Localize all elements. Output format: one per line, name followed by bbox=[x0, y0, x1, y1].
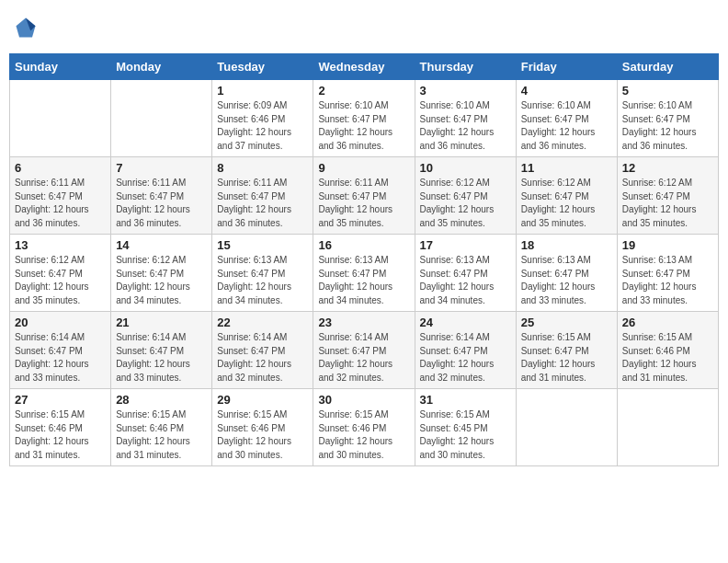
day-info: Sunrise: 6:09 AM Sunset: 6:46 PM Dayligh… bbox=[217, 99, 308, 153]
day-info: Sunrise: 6:14 AM Sunset: 6:47 PM Dayligh… bbox=[318, 331, 409, 385]
calendar-cell: 3Sunrise: 6:10 AM Sunset: 6:47 PM Daylig… bbox=[415, 80, 516, 157]
calendar-cell: 4Sunrise: 6:10 AM Sunset: 6:47 PM Daylig… bbox=[516, 80, 617, 157]
day-info: Sunrise: 6:15 AM Sunset: 6:47 PM Dayligh… bbox=[521, 331, 612, 385]
day-info: Sunrise: 6:12 AM Sunset: 6:47 PM Dayligh… bbox=[420, 177, 511, 230]
calendar-cell bbox=[111, 80, 212, 157]
calendar-cell: 17Sunrise: 6:13 AM Sunset: 6:47 PM Dayli… bbox=[415, 235, 516, 312]
day-info: Sunrise: 6:13 AM Sunset: 6:47 PM Dayligh… bbox=[622, 254, 713, 307]
calendar-cell: 26Sunrise: 6:15 AM Sunset: 6:46 PM Dayli… bbox=[617, 312, 718, 389]
day-of-week-header: Friday bbox=[516, 54, 617, 80]
day-number: 25 bbox=[521, 316, 612, 329]
calendar-cell: 21Sunrise: 6:14 AM Sunset: 6:47 PM Dayli… bbox=[111, 312, 212, 389]
day-number: 7 bbox=[116, 161, 207, 175]
day-number: 30 bbox=[318, 393, 409, 407]
day-number: 17 bbox=[420, 238, 511, 252]
day-info: Sunrise: 6:15 AM Sunset: 6:45 PM Dayligh… bbox=[420, 408, 511, 462]
logo-icon bbox=[13, 15, 39, 40]
day-number: 19 bbox=[622, 238, 713, 252]
day-info: Sunrise: 6:15 AM Sunset: 6:46 PM Dayligh… bbox=[622, 331, 713, 385]
calendar-cell: 9Sunrise: 6:11 AM Sunset: 6:47 PM Daylig… bbox=[313, 157, 415, 235]
day-info: Sunrise: 6:14 AM Sunset: 6:47 PM Dayligh… bbox=[217, 331, 308, 385]
calendar-cell: 24Sunrise: 6:14 AM Sunset: 6:47 PM Dayli… bbox=[415, 312, 516, 389]
day-number: 2 bbox=[318, 84, 409, 98]
calendar-cell: 28Sunrise: 6:15 AM Sunset: 6:46 PM Dayli… bbox=[111, 389, 212, 466]
day-info: Sunrise: 6:15 AM Sunset: 6:46 PM Dayligh… bbox=[116, 408, 207, 462]
calendar-cell bbox=[617, 389, 718, 466]
day-number: 28 bbox=[116, 393, 207, 407]
day-of-week-header: Saturday bbox=[617, 54, 718, 80]
calendar-cell: 15Sunrise: 6:13 AM Sunset: 6:47 PM Dayli… bbox=[212, 235, 313, 312]
day-info: Sunrise: 6:12 AM Sunset: 6:47 PM Dayligh… bbox=[116, 254, 207, 307]
day-number: 27 bbox=[15, 393, 106, 407]
day-info: Sunrise: 6:15 AM Sunset: 6:46 PM Dayligh… bbox=[15, 408, 106, 462]
calendar-week-row: 6Sunrise: 6:11 AM Sunset: 6:47 PM Daylig… bbox=[10, 157, 719, 235]
calendar-week-row: 27Sunrise: 6:15 AM Sunset: 6:46 PM Dayli… bbox=[10, 389, 719, 466]
calendar-cell: 18Sunrise: 6:13 AM Sunset: 6:47 PM Dayli… bbox=[516, 235, 617, 312]
calendar-cell bbox=[516, 389, 617, 466]
day-number: 12 bbox=[622, 161, 713, 175]
calendar-cell: 19Sunrise: 6:13 AM Sunset: 6:47 PM Dayli… bbox=[617, 235, 718, 312]
calendar-cell: 30Sunrise: 6:15 AM Sunset: 6:46 PM Dayli… bbox=[313, 389, 415, 466]
day-info: Sunrise: 6:14 AM Sunset: 6:47 PM Dayligh… bbox=[116, 331, 207, 385]
day-number: 26 bbox=[622, 316, 713, 329]
calendar-cell: 29Sunrise: 6:15 AM Sunset: 6:46 PM Dayli… bbox=[212, 389, 313, 466]
page-header bbox=[9, 9, 719, 46]
day-number: 14 bbox=[116, 238, 207, 252]
header-row: SundayMondayTuesdayWednesdayThursdayFrid… bbox=[10, 54, 719, 80]
day-number: 10 bbox=[420, 161, 511, 175]
calendar-cell: 7Sunrise: 6:11 AM Sunset: 6:47 PM Daylig… bbox=[111, 157, 212, 235]
calendar-cell: 14Sunrise: 6:12 AM Sunset: 6:47 PM Dayli… bbox=[111, 235, 212, 312]
calendar-cell: 12Sunrise: 6:12 AM Sunset: 6:47 PM Dayli… bbox=[617, 157, 718, 235]
calendar-week-row: 1Sunrise: 6:09 AM Sunset: 6:46 PM Daylig… bbox=[10, 80, 719, 157]
day-info: Sunrise: 6:13 AM Sunset: 6:47 PM Dayligh… bbox=[217, 254, 308, 307]
calendar-cell: 27Sunrise: 6:15 AM Sunset: 6:46 PM Dayli… bbox=[10, 389, 111, 466]
calendar-cell: 8Sunrise: 6:11 AM Sunset: 6:47 PM Daylig… bbox=[212, 157, 313, 235]
day-of-week-header: Thursday bbox=[415, 54, 516, 80]
day-number: 24 bbox=[420, 316, 511, 329]
day-number: 4 bbox=[521, 84, 612, 98]
day-info: Sunrise: 6:11 AM Sunset: 6:47 PM Dayligh… bbox=[116, 177, 207, 230]
day-info: Sunrise: 6:10 AM Sunset: 6:47 PM Dayligh… bbox=[521, 99, 612, 153]
calendar-cell bbox=[10, 80, 111, 157]
calendar-cell: 22Sunrise: 6:14 AM Sunset: 6:47 PM Dayli… bbox=[212, 312, 313, 389]
calendar-cell: 31Sunrise: 6:15 AM Sunset: 6:45 PM Dayli… bbox=[415, 389, 516, 466]
day-info: Sunrise: 6:10 AM Sunset: 6:47 PM Dayligh… bbox=[420, 99, 511, 153]
day-info: Sunrise: 6:11 AM Sunset: 6:47 PM Dayligh… bbox=[15, 177, 106, 230]
day-number: 8 bbox=[217, 161, 308, 175]
day-number: 20 bbox=[15, 316, 106, 329]
day-number: 5 bbox=[622, 84, 713, 98]
day-info: Sunrise: 6:12 AM Sunset: 6:47 PM Dayligh… bbox=[15, 254, 106, 307]
day-number: 21 bbox=[116, 316, 207, 329]
day-info: Sunrise: 6:12 AM Sunset: 6:47 PM Dayligh… bbox=[521, 177, 612, 230]
day-info: Sunrise: 6:13 AM Sunset: 6:47 PM Dayligh… bbox=[521, 254, 612, 307]
day-of-week-header: Sunday bbox=[10, 54, 111, 80]
day-number: 23 bbox=[318, 316, 409, 329]
day-info: Sunrise: 6:15 AM Sunset: 6:46 PM Dayligh… bbox=[217, 408, 308, 462]
day-info: Sunrise: 6:13 AM Sunset: 6:47 PM Dayligh… bbox=[420, 254, 511, 307]
day-info: Sunrise: 6:10 AM Sunset: 6:47 PM Dayligh… bbox=[318, 99, 409, 153]
day-info: Sunrise: 6:15 AM Sunset: 6:46 PM Dayligh… bbox=[318, 408, 409, 462]
day-number: 16 bbox=[318, 238, 409, 252]
day-number: 6 bbox=[15, 161, 106, 175]
day-info: Sunrise: 6:14 AM Sunset: 6:47 PM Dayligh… bbox=[420, 331, 511, 385]
calendar-cell: 16Sunrise: 6:13 AM Sunset: 6:47 PM Dayli… bbox=[313, 235, 415, 312]
calendar-table: SundayMondayTuesdayWednesdayThursdayFrid… bbox=[9, 53, 719, 466]
calendar-cell: 10Sunrise: 6:12 AM Sunset: 6:47 PM Dayli… bbox=[415, 157, 516, 235]
calendar-cell: 20Sunrise: 6:14 AM Sunset: 6:47 PM Dayli… bbox=[10, 312, 111, 389]
day-info: Sunrise: 6:14 AM Sunset: 6:47 PM Dayligh… bbox=[15, 331, 106, 385]
day-info: Sunrise: 6:10 AM Sunset: 6:47 PM Dayligh… bbox=[622, 99, 713, 153]
day-info: Sunrise: 6:12 AM Sunset: 6:47 PM Dayligh… bbox=[622, 177, 713, 230]
day-number: 11 bbox=[521, 161, 612, 175]
calendar-cell: 25Sunrise: 6:15 AM Sunset: 6:47 PM Dayli… bbox=[516, 312, 617, 389]
day-number: 3 bbox=[420, 84, 511, 98]
day-number: 1 bbox=[217, 84, 308, 98]
calendar-week-row: 20Sunrise: 6:14 AM Sunset: 6:47 PM Dayli… bbox=[10, 312, 719, 389]
day-info: Sunrise: 6:11 AM Sunset: 6:47 PM Dayligh… bbox=[217, 177, 308, 230]
day-number: 22 bbox=[217, 316, 308, 329]
day-of-week-header: Tuesday bbox=[212, 54, 313, 80]
logo bbox=[13, 15, 42, 40]
calendar-week-row: 13Sunrise: 6:12 AM Sunset: 6:47 PM Dayli… bbox=[10, 235, 719, 312]
day-number: 31 bbox=[420, 393, 511, 407]
calendar-cell: 2Sunrise: 6:10 AM Sunset: 6:47 PM Daylig… bbox=[313, 80, 415, 157]
day-number: 15 bbox=[217, 238, 308, 252]
